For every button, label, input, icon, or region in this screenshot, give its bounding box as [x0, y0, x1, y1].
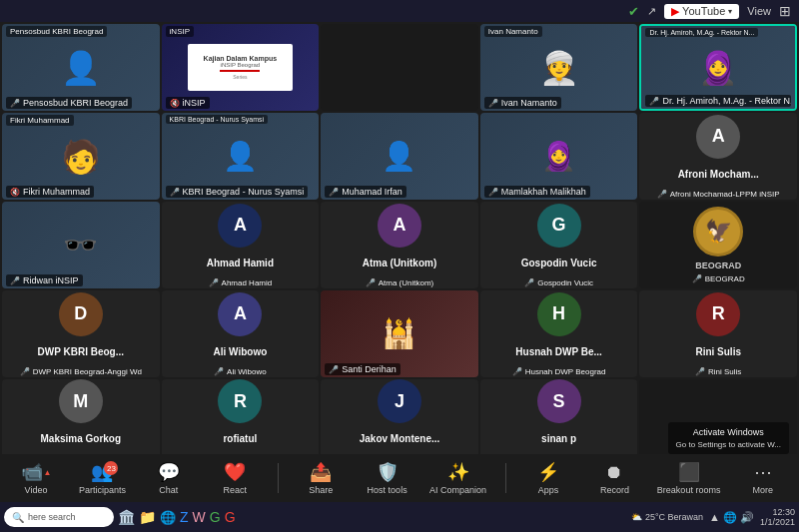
mic-icon-1: 🎤 [10, 99, 20, 108]
speaker-icon[interactable]: 🔊 [740, 511, 754, 524]
video-tile-23[interactable]: J Jakov Montene... 🎤 Jakov Montenegro [321, 379, 478, 463]
video-tile-9[interactable]: 🧕 🎤 Mamlakhah Malikhah [480, 113, 638, 200]
center-name-12: Ahmad Hamid [203, 254, 278, 272]
taskbar-icon-edge[interactable]: 🌐 [160, 510, 176, 525]
mic-icon-6: 🔇 [10, 188, 20, 197]
avatar-20: R [696, 292, 740, 336]
more-button[interactable]: ⋯ More [739, 461, 787, 495]
taskbar-icon-zoom[interactable]: Z [180, 509, 189, 525]
tile-top-label-7: KBRI Beograd - Nurus Syamsi [166, 115, 269, 124]
tile-name-label-12: 🎤 Ahmad Hamid [209, 278, 273, 287]
taskbar-icon-app1[interactable]: G [210, 509, 221, 525]
video-tile-10[interactable]: A Afroni Mocham... 🎤 Afroni Mochamad-LPP… [639, 113, 797, 200]
video-tile-4[interactable]: 👳 Ivan Namanto 🎤 Ivan Namanto [480, 24, 638, 111]
taskbar-icon-wordpress[interactable]: W [193, 509, 206, 525]
video-button[interactable]: 📹 ▲ Video [12, 461, 60, 495]
video-tile-7[interactable]: 👤 KBRI Beograd - Nurus Syamsi 🎤 KBRI Beo… [162, 113, 320, 200]
mic-icon-4: 🎤 [488, 99, 498, 108]
video-tile-5[interactable]: 🧕 Dr. Hj. Amiroh, M.Ag. - Rektor N... 🎤 … [639, 24, 797, 111]
mic-icon-11: 🎤 [10, 276, 20, 285]
center-name-22: rofiatul [219, 429, 261, 448]
activate-windows-subtitle: Go to Settings to activate W... [676, 439, 781, 450]
breakout-rooms-button[interactable]: ⬛ Breakout rooms [657, 461, 721, 495]
video-tile-1[interactable]: 👤 Pensosbud KBRI Beograd 🎤 Pensosbud KBR… [2, 24, 160, 111]
taskbar-pinned-icons: 🏛️ 📁 🌐 Z W G G [118, 509, 236, 525]
video-tile-24[interactable]: S sinan p 🎤 sinan p [480, 379, 638, 463]
video-tile-13[interactable]: A Atma (Unitkom) 🎤 Atma (Unitkom) [321, 202, 478, 288]
weather-icon: ⛅ [631, 512, 642, 522]
host-tools-label: Host tools [368, 485, 407, 495]
mic-icon-17: 🎤 [214, 367, 224, 376]
avatar-24: S [537, 379, 581, 423]
activate-windows-title: Activate Windows [676, 426, 781, 439]
chat-icon: 💬 [158, 461, 180, 483]
chevron-down-icon: ▾ [728, 7, 732, 16]
share-button[interactable]: 📤 Share [297, 461, 345, 495]
more-icon: ⋯ [754, 461, 772, 483]
tile-name-label-6: 🔇 Fikri Muhammad [6, 186, 94, 198]
video-icon: 📹 [21, 461, 43, 483]
record-label: Record [600, 485, 629, 495]
apps-button[interactable]: ⚡ Apps [524, 461, 572, 495]
apps-icon: ⚡ [537, 461, 559, 483]
video-tile-22[interactable]: R rofiatul 🎤 rofiatul [162, 379, 320, 463]
video-tile-15[interactable]: 🦅 BEOGRAD 🎤 BEOGRAD [639, 202, 797, 288]
network-icon[interactable]: 🌐 [723, 511, 737, 524]
taskbar-search[interactable]: 🔍 here search [4, 507, 114, 527]
beograd-name: BEOGRAD [695, 261, 741, 270]
host-tools-icon: 🛡️ [377, 461, 399, 483]
avatar-12: A [218, 204, 262, 248]
tile-name-label-19: 🎤 Husnah DWP Beograd [512, 367, 606, 376]
avatar-10: A [696, 115, 740, 159]
mic-icon-8: 🎤 [329, 188, 339, 197]
youtube-button[interactable]: ▶ YouTube ▾ [664, 4, 739, 19]
system-tray: ▲ 🌐 🔊 [709, 511, 754, 524]
toolbar-separator-2 [505, 463, 506, 493]
video-tile-14[interactable]: G Gospodin Vucic 🎤 Gospodin Vucic [480, 202, 638, 288]
chat-button[interactable]: 💬 Chat [145, 461, 193, 495]
taskbar-icon-app2[interactable]: G [225, 509, 236, 525]
video-tile-21[interactable]: M Maksima Gorkog 🎤 Maksima Gorkog [2, 379, 160, 463]
mic-icon-19: 🎤 [512, 367, 522, 376]
video-tile-11[interactable]: 🕶️ 🎤 Ridwan iNSIP [2, 202, 160, 288]
record-icon: ⏺ [605, 462, 623, 483]
video-tile-8[interactable]: 👤 🎤 Muhamad Irfan [321, 113, 478, 200]
video-tile-12[interactable]: A Ahmad Hamid 🎤 Ahmad Hamid [162, 202, 320, 288]
record-button[interactable]: ⏺ Record [590, 462, 638, 495]
mic-icon-16: 🎤 [20, 367, 30, 376]
react-button[interactable]: ❤️ React [211, 461, 259, 495]
tile-name-label-13: 🎤 Atma (Unitkom) [366, 278, 434, 287]
avatar-14: G [537, 204, 581, 248]
youtube-icon: ▶ [671, 5, 679, 18]
ai-companion-button[interactable]: ✨ AI Companion [429, 461, 486, 495]
video-tile-2[interactable]: Kajian Dalam Kampus iNSIP Beograd Series… [162, 24, 320, 111]
taskbar-icon-building[interactable]: 🏛️ [118, 509, 135, 525]
video-tile-6[interactable]: 🧑 Fikri Muhammad 🔇 Fikri Muhammad [2, 113, 160, 200]
video-tile-3 [321, 24, 478, 111]
participants-button[interactable]: 👥 Participants 23 [78, 461, 126, 495]
topbar: ✔ ↗ ▶ YouTube ▾ View ⊞ [0, 0, 799, 22]
breakout-icon: ⬛ [678, 461, 700, 483]
taskbar-icon-folder[interactable]: 📁 [139, 509, 156, 525]
video-tile-16[interactable]: D DWP KBRI Beog... 🎤 DWP KBRI Beograd-An… [2, 290, 160, 377]
mic-icon-18: 🎤 [329, 365, 339, 374]
center-name-10: Afroni Mocham... [674, 165, 763, 184]
host-tools-button[interactable]: 🛡️ Host tools [364, 461, 411, 495]
video-tile-19[interactable]: H Husnah DWP Be... 🎤 Husnah DWP Beograd [480, 290, 638, 377]
tile-name-label-11: 🎤 Ridwan iNSIP [6, 274, 83, 286]
view-button[interactable]: View [747, 5, 771, 17]
video-tile-18[interactable]: 🕌 🎤 Santi Derihan [321, 290, 478, 377]
up-arrow-icon[interactable]: ▲ [709, 511, 720, 523]
video-tile-17[interactable]: A Ali Wibowo 🎤 Ali Wibowo [162, 290, 320, 377]
share-icon: 📤 [310, 461, 332, 483]
tile-name-label-10: 🎤 Afroni Mochamad-LPPM iNSIP [657, 190, 780, 199]
video-tile-20[interactable]: R Rini Sulis 🎤 Rini Sulis [639, 290, 797, 377]
center-name-20: Rini Sulis [691, 342, 745, 361]
grid-icon[interactable]: ⊞ [779, 3, 791, 19]
tile-top-label-6: Fikri Muhammad [6, 115, 74, 126]
avatar-19: H [537, 292, 581, 336]
mic-icon-12: 🎤 [209, 278, 219, 287]
tile-name-label-1: 🎤 Pensosbud KBRI Beograd [6, 97, 132, 109]
windows-taskbar: 🔍 here search 🏛️ 📁 🌐 Z W G G ⛅ 25°C Bera… [0, 502, 799, 532]
mic-icon-5: 🎤 [649, 97, 659, 106]
